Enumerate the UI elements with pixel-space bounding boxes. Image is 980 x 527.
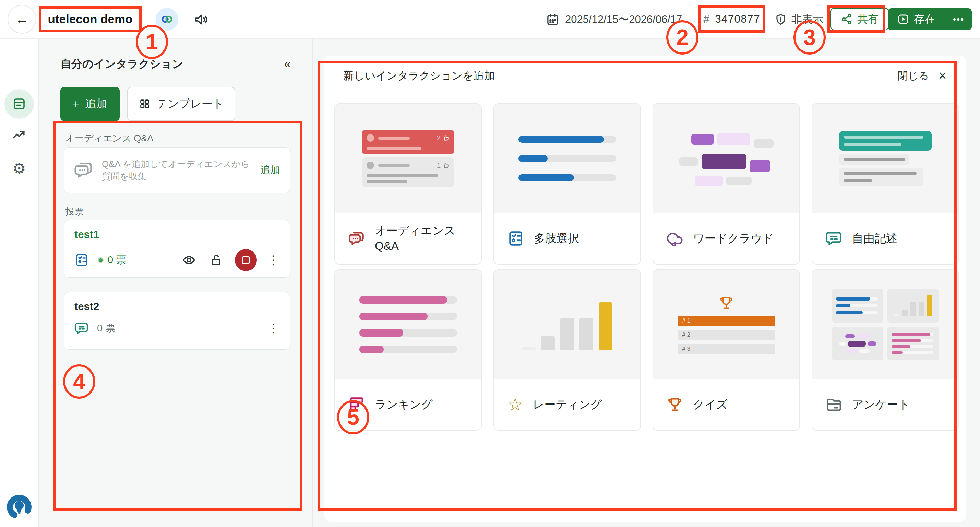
trend-icon [12,127,27,142]
thumb-up-icon [443,134,450,141]
rail-item-interactions[interactable] [5,89,34,119]
qa-add-link[interactable]: 追加 [260,163,280,177]
interactions-panel: 自分のインタラクション « + 追加 テンプレート オーディエンス Q&A Q&… [39,39,313,527]
share-button[interactable]: 共有 [830,8,889,30]
type-label: ワードクラウド [693,231,774,246]
gear-icon: ⚙ [12,160,26,177]
back-button[interactable]: ← [8,5,37,34]
rail-item-settings[interactable]: ⚙ [12,160,26,177]
close-icon: ✕ [938,69,947,82]
annotation-number-3: 3 [794,20,826,54]
shield-alert-icon [774,13,787,26]
type-card-audience-qa[interactable]: 2 1 [334,103,482,265]
poll-card-test2[interactable]: test2 0 票 ⋮ [64,292,290,350]
multiple-choice-icon [507,230,524,247]
add-interaction-title: 新しいインタラクションを追加 [343,69,495,83]
close-panel-button[interactable]: 閉じる ✕ [898,69,947,83]
webex-icon [160,12,174,26]
open-text-illustration [812,104,958,213]
event-code[interactable]: # 3470877 [698,5,765,33]
stop-icon [242,256,250,264]
type-card-multiple-choice[interactable]: 多肢選択 [493,103,641,265]
open-text-icon [75,321,89,335]
share-icon [841,13,853,25]
chat-bubbles-icon [74,160,94,180]
trophy-icon [718,295,734,311]
template-grid-icon [139,98,151,110]
collapse-panel-icon[interactable]: « [284,57,291,71]
present-label: 存在 [914,12,935,26]
plus-icon: + [73,98,79,110]
annotation-number-2: 2 [666,20,698,54]
add-interaction-panel: 新しいインタラクションを追加 閉じる ✕ 2 [324,56,966,522]
interactions-icon [12,97,26,111]
annotation-number-5: 5 [337,400,369,434]
type-label: ランキング [375,397,433,412]
rail-item-analytics[interactable] [12,127,27,142]
multiple-choice-icon [75,253,89,267]
poll-menu-icon[interactable]: ⋮ [267,321,280,335]
interaction-type-grid: 2 1 [334,103,959,431]
type-label: レーティング [533,397,602,412]
calendar-icon [546,13,560,26]
type-label: アンケート [852,397,910,412]
qa-empty-prompt: Q&A を追加してオーディエンスから質問を収集 [102,158,252,183]
type-card-open-text[interactable]: 自由記述 [811,103,959,265]
quiz-illustration: # 1 # 2 # 3 [653,270,799,379]
close-label: 閉じる [898,69,929,83]
present-more-button[interactable]: ••• [945,8,972,30]
page-title[interactable]: utelecon demo [39,6,142,32]
annotation-number-4: 4 [63,364,95,399]
event-dates[interactable]: 2025/12/15〜2026/06/17 [546,0,682,39]
poll-votes: 0 票 [108,253,126,267]
live-dot [98,257,103,263]
date-range-label: 2025/12/15〜2026/06/17 [565,12,682,27]
type-label: クイズ [693,397,728,412]
poll-votes: 0 票 [97,321,115,335]
add-interaction-button[interactable]: + 追加 [60,87,120,121]
multiple-choice-illustration [494,104,640,213]
type-card-word-cloud[interactable]: ワードクラウド [652,103,800,265]
annotation-number-1: 1 [136,25,168,59]
back-icon: ← [16,12,29,27]
announcement-icon[interactable] [194,12,210,27]
rating-illustration [494,270,640,379]
present-split-button: 存在 ••• [888,8,972,30]
present-button[interactable]: 存在 [888,8,945,30]
poll-menu-icon[interactable]: ⋮ [267,253,280,267]
panel-title: 自分のインタラクション [60,57,183,72]
type-card-survey[interactable]: アンケート [811,269,959,431]
present-play-icon [897,13,909,25]
template-button-label: テンプレート [157,96,224,112]
audience-qa-illustration: 2 1 [335,104,481,213]
open-text-icon [826,230,843,247]
survey-illustration [812,270,958,379]
ranking-illustration [335,270,481,379]
share-label: 共有 [857,12,878,26]
thumb-up-icon [443,162,450,169]
preview-eye-icon[interactable] [182,253,196,267]
word-cloud-illustration [653,104,799,213]
audience-qa-icon [348,230,365,247]
survey-folder-icon [826,396,843,413]
type-label: 自由記述 [852,231,897,246]
slido-logo[interactable] [5,493,33,521]
qa-empty-card: Q&A を追加してオーディエンスから質問を収集 追加 [64,147,290,193]
add-button-label: 追加 [85,96,107,112]
more-icon: ••• [953,14,964,25]
nav-rail: ⚙ ? [0,39,39,527]
poll-card-test1[interactable]: test1 0 票 ⋮ [64,220,290,278]
hash-icon: # [703,13,710,26]
stop-button[interactable] [235,249,257,271]
event-code-value: 3470877 [715,13,760,26]
type-label: オーディエンス Q&A [375,223,460,254]
qa-section-label: オーディエンス Q&A [65,132,153,144]
poll-name: test1 [75,228,280,241]
type-card-quiz[interactable]: # 1 # 2 # 3 クイズ [652,269,800,431]
template-button[interactable]: テンプレート [127,87,235,121]
slido-logo-icon [5,493,33,521]
poll-name: test2 [75,300,280,313]
type-card-rating[interactable]: ☆ レーティング [493,269,641,431]
rating-star-icon: ☆ [507,396,523,414]
unlock-icon[interactable] [210,253,223,267]
